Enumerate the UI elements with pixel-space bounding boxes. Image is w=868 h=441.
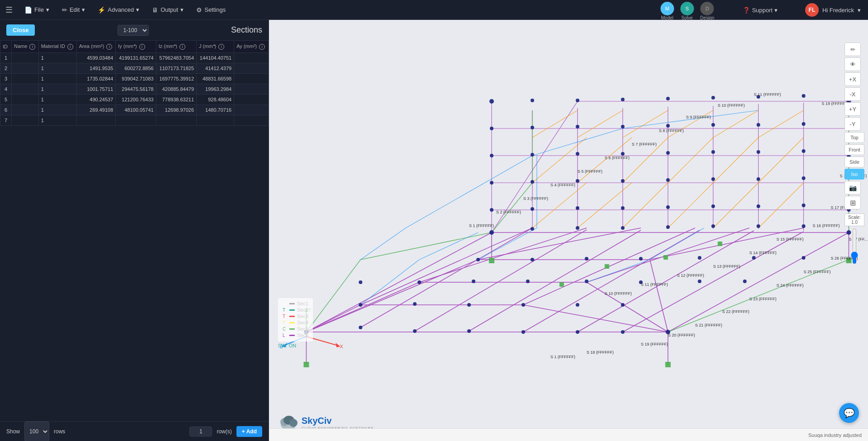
col-area: Area (mm²) i [76, 41, 116, 53]
svg-text:S 8 (FFFFFF): S 8 (FFFFFF) [659, 128, 684, 133]
svg-rect-165 [489, 258, 495, 263]
table-cell-1 [12, 104, 39, 115]
ay-info-icon[interactable]: i [259, 44, 265, 50]
svg-point-140 [666, 151, 670, 155]
plus-x-button[interactable]: +X [844, 72, 861, 86]
table-cell-7 [234, 52, 269, 63]
legend-item: I Sec1 [283, 301, 308, 306]
table-cell-2: 1 [38, 73, 76, 84]
output-chevron-icon: ▾ [180, 6, 184, 13]
table-row[interactable]: 114599.034844199131.6527457962483.705414… [0, 52, 269, 63]
col-iy: Iy (mm⁴) i [116, 41, 156, 53]
svg-point-152 [802, 122, 806, 126]
table-cell-3 [76, 115, 116, 125]
svg-point-132 [712, 177, 715, 181]
bottom-bar: Show 10 25 50 100 rows row(s) + Add [0, 421, 269, 441]
svg-point-146 [531, 126, 534, 129]
top-view-button[interactable]: Top [844, 132, 864, 143]
design-mode-button[interactable]: D Design [700, 2, 714, 20]
j-info-icon[interactable]: i [218, 44, 224, 50]
svg-point-112 [621, 226, 625, 230]
eye-tool-button[interactable]: 👁 [844, 57, 861, 71]
svg-point-151 [757, 123, 760, 127]
legend-item: T Sec2 [283, 307, 308, 313]
table-row[interactable]: 51490.24537121200.76433778938.63211928.4… [0, 94, 269, 104]
legend: I Sec1 T Sec2 T Sec3 T Sec4 [278, 298, 313, 341]
settings-menu[interactable]: ⚙ Settings [190, 0, 232, 20]
svg-rect-0 [270, 20, 867, 441]
svg-text:S 23 (FFFFFF): S 23 (FFFFFF) [750, 297, 777, 301]
table-cell-2: 1 [38, 115, 76, 125]
file-menu[interactable]: 📄 File ▾ [18, 0, 56, 20]
svg-point-102 [531, 258, 534, 261]
range-select[interactable]: 1-100 [118, 25, 149, 36]
svg-point-96 [526, 280, 530, 283]
svg-text:S 12 (FFFFFF): S 12 (FFFFFF) [677, 273, 704, 278]
table-row[interactable]: 211491.9535600272.88561107173.7182541412… [0, 63, 269, 73]
svg-point-82 [467, 329, 471, 333]
svg-point-131 [666, 178, 670, 182]
svg-point-120 [576, 206, 580, 210]
name-info-icon[interactable]: i [29, 44, 35, 50]
hamburger-menu[interactable]: ☰ [0, 0, 18, 20]
solve-mode-button[interactable]: S Solve [680, 2, 694, 20]
area-info-icon[interactable]: i [106, 44, 112, 50]
iso-view-button[interactable]: Iso [844, 169, 864, 180]
iy-info-icon[interactable]: i [139, 44, 145, 50]
table-row[interactable]: 411001.75711294475.56178420885.844791996… [0, 84, 269, 94]
svg-point-158 [666, 97, 670, 100]
advanced-menu[interactable]: ⚡ Advanced ▾ [91, 0, 146, 20]
svg-text:S 21 (FFFFFF): S 21 (FFFFFF) [695, 323, 722, 327]
table-cell-1 [12, 84, 39, 94]
camera-button[interactable]: 📷 [844, 181, 861, 194]
table-cell-3: 1491.9535 [76, 63, 116, 73]
add-button[interactable]: + Add [236, 426, 262, 437]
layers-button[interactable]: ⊞ [844, 196, 861, 209]
svg-text:S 5 (FFFFFF): S 5 (FFFFFF) [578, 169, 603, 174]
support-menu[interactable]: ❓ Support ▾ [743, 0, 778, 20]
table-cell-5: 12698.97026 [156, 104, 196, 115]
svg-point-93 [359, 280, 363, 284]
minus-y-button[interactable]: -Y [844, 117, 861, 131]
pencil-tool-button[interactable]: ✏ [844, 43, 861, 56]
iz-info-icon[interactable]: i [179, 44, 185, 50]
svg-point-121 [621, 206, 625, 210]
rows-label: rows [54, 428, 65, 435]
table-cell-4: 294475.56178 [116, 84, 156, 94]
scale-slider[interactable] [850, 228, 859, 264]
svg-point-155 [531, 99, 534, 102]
svg-point-149 [666, 124, 670, 128]
table-cell-5: 420885.84479 [156, 84, 196, 94]
show-label: Show [6, 428, 20, 435]
svg-point-84 [576, 330, 580, 334]
svg-text:S 4 (FFFFFF): S 4 (FFFFFF) [551, 183, 576, 187]
front-view-button[interactable]: Front [844, 144, 864, 155]
material-info-icon[interactable]: i [67, 44, 73, 50]
table-row[interactable]: 71 [0, 115, 269, 125]
output-menu[interactable]: 🖥 Output ▾ [146, 0, 190, 20]
svg-point-88 [413, 302, 417, 306]
chat-button[interactable]: 💬 [839, 403, 859, 423]
close-button[interactable]: Close [6, 24, 35, 36]
minus-x-button[interactable]: -X [844, 87, 861, 101]
edit-menu[interactable]: ✏ Edit ▾ [56, 0, 91, 20]
table-row[interactable]: 311735.02844939042.710831697775.39912488… [0, 73, 269, 84]
advanced-icon: ⚡ [98, 6, 105, 14]
table-row[interactable]: 61269.4910848100.0574112698.970261480.70… [0, 104, 269, 115]
user-menu[interactable]: FL Hi Frederick ▾ [798, 0, 868, 20]
svg-text:S 10 (FFFFFF): S 10 (FFFFFF) [718, 103, 745, 108]
model-mode-button[interactable]: M Model [660, 2, 674, 20]
plus-y-button[interactable]: +Y [844, 102, 861, 116]
row-number-input[interactable] [189, 427, 212, 436]
svg-text:S 14 (FFFFFF): S 14 (FFFFFF) [750, 251, 777, 255]
svg-point-123 [712, 204, 715, 208]
svg-rect-170 [718, 242, 722, 246]
svg-point-134 [802, 176, 806, 180]
user-chevron-icon: ▾ [858, 7, 861, 14]
side-view-button[interactable]: Side [844, 156, 864, 167]
svg-point-87 [359, 303, 363, 307]
rows-per-page-select[interactable]: 10 25 50 100 [24, 422, 49, 441]
svg-point-139 [621, 152, 625, 156]
svg-text:S 11 (FFFFFF): S 11 (FFFFFF) [754, 92, 781, 97]
svg-point-141 [712, 150, 715, 154]
